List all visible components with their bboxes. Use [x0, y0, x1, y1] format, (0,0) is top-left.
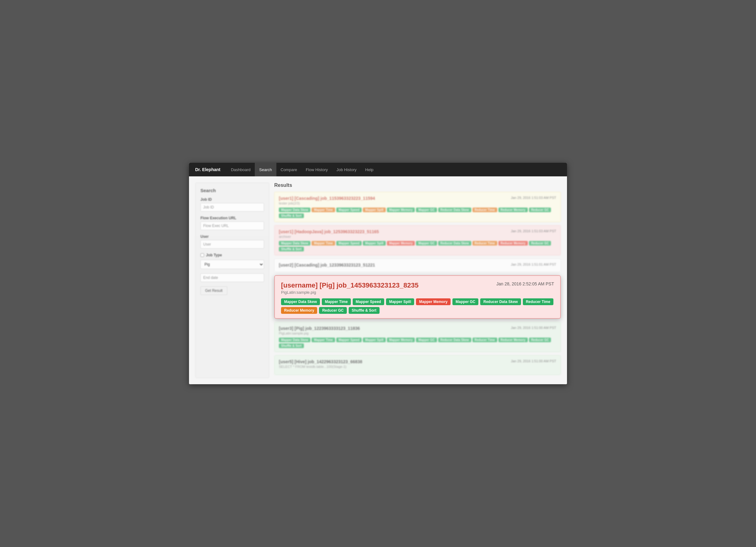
job-subtitle-2: archiver [279, 235, 556, 238]
tag: Reducer Data Skew [438, 338, 471, 342]
tags-row-2: Mapper Data Skew Mapper Time Mapper Spee… [279, 241, 556, 251]
tag: Mapper Spill [363, 241, 385, 246]
job-type-checkbox-row: Job Type [200, 253, 264, 257]
tag: Mapper Spill [363, 208, 385, 212]
nav-help[interactable]: Help [361, 163, 378, 176]
tag-shuffle-sort: Shuffle & Sort [349, 307, 380, 314]
job-type-select[interactable]: Pig Hive Spark [200, 260, 264, 269]
job-title-2: [user1] [HadoopJava] job_1253963323223_5… [279, 229, 379, 234]
flow-url-input[interactable] [200, 221, 264, 230]
tags-row-1: Mapper Data Skew Mapper Time Mapper Spee… [279, 208, 556, 218]
search-sidebar: Search Job ID Flow Execution URL User Jo… [195, 183, 269, 378]
tag: Shuffle & Sort [279, 247, 304, 251]
tag: Mapper Spill [363, 338, 385, 342]
job-header-2: [user1] [HadoopJava] job_1253963323223_5… [279, 229, 556, 234]
user-label: User [200, 234, 264, 239]
tag: Mapper Speed [336, 338, 362, 342]
tag: Mapper Memory [387, 338, 415, 342]
tag: Mapper Speed [336, 241, 362, 246]
job-timestamp-5: Jan 29, 2016 1:51:00 AM PST [511, 359, 556, 363]
tag: Reducer GC [529, 241, 551, 246]
job-timestamp-3: Jan 29, 2016 1:51:01 AM PST [511, 263, 556, 266]
job-card-1[interactable]: [user1] [Cascading] job_1153963323223_11… [274, 192, 561, 222]
focused-job-timestamp: Jan 28, 2016 2:52:05 AM PST [496, 281, 554, 286]
job-title-3: [user2] [Cascading] job_1233963323123_51… [279, 263, 375, 267]
tag: Reducer GC [529, 208, 551, 212]
nav-compare[interactable]: Compare [276, 163, 301, 176]
focused-job-card[interactable]: [username] [Pig] job_1453963323123_8235 … [274, 275, 561, 319]
job-title-1: [user1] [Cascading] job_1153963323223_11… [279, 196, 375, 201]
user-group: User [200, 234, 264, 249]
tag-mapper-memory: Mapper Memory [416, 298, 451, 305]
tag: Reducer Memory [498, 208, 528, 212]
job-id-label: Job ID [200, 197, 264, 202]
tag: Reducer GC [529, 338, 551, 342]
brand-logo: Dr. Elephant [195, 167, 221, 172]
blurred-jobs-bottom: [user3] [Pig] job_1223963333123_11836 Ja… [274, 322, 561, 375]
job-header-4: [user3] [Pig] job_1223963333123_11836 Ja… [279, 326, 556, 331]
blurred-jobs-top: [user1] [Cascading] job_1153963323223_11… [274, 192, 561, 272]
tag: Mapper Memory [387, 241, 415, 246]
tag-reducer-time: Reducer Time [523, 298, 553, 305]
nav-flow-history[interactable]: Flow History [301, 163, 332, 176]
tag: Reducer Memory [498, 338, 528, 342]
job-card-4[interactable]: [user3] [Pig] job_1223963333123_11836 Ja… [274, 322, 561, 352]
tag-mapper-gc: Mapper GC [452, 298, 478, 305]
job-card-3[interactable]: [user2] [Cascading] job_1233963323123_51… [274, 259, 561, 272]
job-id-group: Job ID [200, 197, 264, 212]
end-date-input[interactable] [200, 273, 264, 282]
tag: Reducer Time [473, 338, 497, 342]
job-subtitle-4: PigLatin:sample.pig [279, 331, 556, 335]
job-type-select-group: Pig Hive Spark [200, 260, 264, 269]
tag: Mapper Data Skew [279, 338, 310, 342]
flow-url-label: Flow Execution URL [200, 216, 264, 220]
tag-reducer-data-skew: Reducer Data Skew [480, 298, 521, 305]
tag: Shuffle & Sort [279, 343, 304, 348]
results-panel: Results [user1] [Cascading] job_11539633… [274, 183, 561, 378]
tag: Reducer Data Skew [438, 241, 471, 246]
nav-menu: Dashboard Search Compare Flow History Jo… [227, 163, 378, 176]
tag: Mapper Data Skew [279, 208, 310, 212]
job-timestamp-4: Jan 29, 2016 1:51:00 AM PST [511, 326, 556, 330]
nav-dashboard[interactable]: Dashboard [227, 163, 255, 176]
focused-job-title: [username] [Pig] job_1453963323123_8235 [281, 281, 418, 289]
tag-mapper-speed: Mapper Speed [353, 298, 384, 305]
job-header-1: [user1] [Cascading] job_1153963323223_11… [279, 196, 556, 201]
sidebar-title: Search [200, 188, 264, 193]
main-content: Search Job ID Flow Execution URL User Jo… [189, 176, 567, 384]
flow-url-group: Flow Execution URL [200, 216, 264, 230]
nav-job-history[interactable]: Job History [332, 163, 361, 176]
tag-mapper-spill: Mapper Spill [386, 298, 414, 305]
job-id-input[interactable] [200, 203, 264, 212]
job-timestamp-1: Jan 29, 2016 1:51:03 AM PST [511, 196, 556, 200]
tag: Mapper Memory [387, 208, 415, 212]
job-type-label: Job Type [206, 253, 222, 257]
tag: Mapper Time [312, 241, 335, 246]
tag: Mapper Speed [336, 208, 362, 212]
tag: Mapper Time [312, 338, 335, 342]
job-header-3: [user2] [Cascading] job_1233963323123_51… [279, 263, 556, 267]
tag: Reducer Time [473, 241, 497, 246]
tag: Mapper Time [312, 208, 335, 212]
job-header-5: [user5] [Hive] job_1422963323123_66838 J… [279, 359, 556, 364]
job-type-checkbox[interactable] [200, 253, 204, 257]
tag: Mapper GC [416, 338, 437, 342]
tags-row-4: Mapper Data Skew Mapper Time Mapper Spee… [279, 338, 556, 348]
focused-tags-row: Mapper Data Skew Mapper Time Mapper Spee… [281, 298, 554, 314]
job-card-5[interactable]: [user5] [Hive] job_1422963323123_66838 J… [274, 355, 561, 375]
tag: Mapper GC [416, 208, 437, 212]
job-subtitle-5: SELECT * FROM testdb.table...100(Stage-1… [279, 365, 556, 368]
nav-search[interactable]: Search [255, 163, 276, 176]
tag-reducer-memory: Reducer Memory [281, 307, 317, 314]
end-date-group [200, 273, 264, 282]
sidebar-bottom: Get Result [200, 273, 264, 295]
job-title-5: [user5] [Hive] job_1422963323123_66838 [279, 359, 362, 364]
tag: Mapper Data Skew [279, 241, 310, 246]
job-subtitle-1: tester job(2/3) [279, 201, 556, 205]
get-result-button[interactable]: Get Result [200, 286, 227, 295]
tag: Reducer Memory [498, 241, 528, 246]
tag-mapper-time: Mapper Time [322, 298, 351, 305]
job-card-2[interactable]: [user1] [HadoopJava] job_1253963323223_5… [274, 225, 561, 255]
tag-reducer-gc: Reducer GC [319, 307, 347, 314]
user-input[interactable] [200, 240, 264, 249]
